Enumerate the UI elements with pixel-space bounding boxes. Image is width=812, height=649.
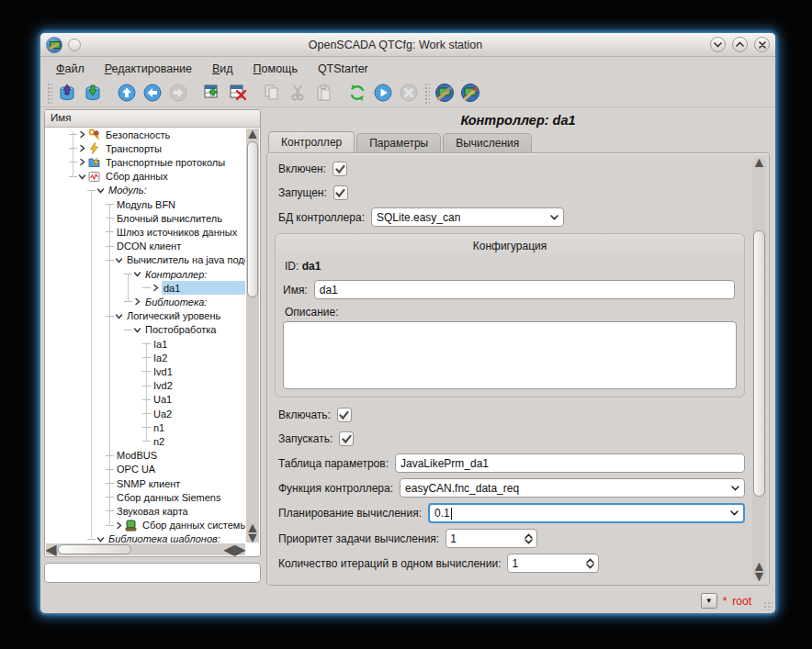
tree-horizontal-scrollbar[interactable]: ◀ ◀ ▶ [46, 543, 245, 555]
scroll-left-icon[interactable]: ◀ [46, 543, 56, 555]
expand-arrow-icon[interactable] [115, 521, 123, 530]
user-dropdown-button[interactable]: ▼ [701, 593, 717, 609]
tree-item-ua1[interactable]: Ua1 [45, 393, 245, 407]
to-start-checkbox[interactable] [339, 431, 354, 446]
tree-item-шлюз-источников-данных[interactable]: Шлюз источников данных [45, 225, 245, 239]
expand-arrow-icon[interactable] [78, 144, 86, 152]
form-vertical-scrollbar[interactable]: ▲ ▲ ▼ [752, 157, 766, 581]
delete-item-button[interactable] [225, 81, 251, 106]
menu-item-3[interactable]: Вид [204, 61, 242, 77]
titlebar[interactable]: OpenSCADA QTCfg: Work station [40, 33, 775, 57]
tree-item-сбор-данных[interactable]: Сбор данных [45, 170, 245, 184]
expand-arrow-icon[interactable] [78, 158, 86, 166]
tree-item-безопасность[interactable]: Безопасность [45, 128, 245, 141]
tab-2[interactable]: Параметры [356, 133, 441, 152]
vision-launcher-button[interactable] [457, 81, 483, 106]
collapse-arrow-icon[interactable] [115, 256, 123, 264]
spinner-arrows-icon[interactable] [586, 558, 594, 569]
tree-item-dcon-клиент[interactable]: DCON клиент [45, 240, 245, 253]
tree-item-ia2[interactable]: Ia2 [45, 351, 245, 364]
menu-item-1[interactable]: Файл [48, 61, 93, 77]
spinner-arrows-icon[interactable] [524, 533, 533, 544]
tree-item-логический-уровень[interactable]: Логический уровень [45, 309, 245, 323]
tree-item-транспорты[interactable]: Транспорты [45, 141, 245, 155]
tree-item-звуковая-карта[interactable]: Звуковая карта [45, 504, 245, 518]
save-to-db-button[interactable] [80, 81, 106, 106]
tree-item-библиотека-[interactable]: Библиотека: [45, 295, 245, 308]
tree-item-сбор-данных-siemens[interactable]: Сбор данных Siemens [45, 490, 245, 504]
task-priority-spinbox[interactable]: 1 [445, 529, 537, 548]
tree-item-контроллер-[interactable]: Контроллер: [45, 267, 245, 281]
tab-3[interactable]: Вычисления [443, 133, 532, 152]
controller-db-select[interactable]: SQLite.easy_can [371, 207, 564, 227]
tree-item-modbus[interactable]: ModBUS [45, 449, 245, 463]
collapse-arrow-icon[interactable] [96, 535, 105, 543]
tree-item-транспортные-протоколы[interactable]: Транспортные протоколы [45, 155, 245, 169]
collapse-arrow-icon[interactable] [115, 312, 123, 320]
tree-item-библиотека-шаблонов-[interactable]: Библиотека шаблонов: [45, 532, 245, 543]
refresh-button[interactable] [344, 81, 370, 106]
collapse-arrow-icon[interactable] [133, 326, 141, 334]
scroll-left-icon[interactable]: ◀ [224, 543, 234, 555]
tree-item-n1[interactable]: n1 [45, 420, 245, 434]
tree-filter-input[interactable] [44, 563, 261, 583]
iterations-spinbox[interactable]: 1 [507, 554, 599, 573]
description-textarea[interactable] [283, 321, 737, 389]
load-from-db-button[interactable] [54, 81, 80, 106]
expand-arrow-icon[interactable] [152, 284, 160, 292]
tree-item-opc-ua[interactable]: OPC UA [45, 463, 245, 476]
close-button[interactable] [754, 37, 770, 52]
menu-item-2[interactable]: Редактирование [96, 61, 200, 77]
stop-icon [399, 83, 419, 103]
tree-header-name[interactable]: Имя [45, 110, 260, 128]
tree-item-ivd1[interactable]: Ivd1 [45, 364, 245, 378]
tree-item-da1[interactable]: da1 [45, 281, 245, 295]
tree-item-сбор-данных-системы[interactable]: Сбор данных системы [45, 519, 245, 532]
toolbar-handle[interactable] [46, 82, 52, 104]
tab-1[interactable]: Контроллер [268, 131, 355, 152]
qtcfg-launcher-button[interactable] [432, 81, 457, 106]
calc-schedule-combobox[interactable]: 0.1 [428, 503, 745, 523]
scroll-down-icon[interactable]: ▼ [752, 571, 766, 581]
tree-item-модуль-bfn[interactable]: Модуль BFN [45, 197, 245, 211]
resize-grip[interactable] [763, 601, 773, 610]
tree-item-ivd2[interactable]: Ivd2 [45, 379, 245, 393]
tree-item-постобработка[interactable]: Постобработка [45, 323, 245, 337]
expand-arrow-icon[interactable] [133, 297, 141, 306]
scroll-down-icon[interactable]: ▼ [246, 532, 259, 543]
tree-vertical-scrollbar[interactable]: ▲ ▲ ▼ [246, 129, 259, 543]
tree-item-n2[interactable]: n2 [45, 434, 245, 448]
scrollbar-thumb[interactable] [58, 544, 131, 554]
scroll-right-icon[interactable]: ▶ [235, 543, 245, 555]
menu-item-5[interactable]: QTStarter [310, 61, 377, 77]
controller-function-select[interactable]: easyCAN.fnc_data_req [400, 478, 745, 498]
collapse-arrow-icon[interactable] [96, 186, 105, 195]
tree-item-блочный-вычислитель[interactable]: Блочный вычислитель [45, 211, 245, 225]
scrollbar-thumb[interactable] [247, 141, 258, 297]
toolbar-handle[interactable] [423, 82, 430, 104]
running-checkbox[interactable] [333, 185, 348, 200]
collapse-arrow-icon[interactable] [133, 270, 141, 278]
scroll-up-icon[interactable]: ▲ [752, 157, 766, 168]
tree-item-вычислитель-на-java-подобном[interactable]: Вычислитель на java подобном [45, 253, 245, 267]
tree-item-ia1[interactable]: Ia1 [45, 337, 245, 351]
collapse-arrow-icon[interactable] [78, 173, 86, 181]
titlebar-menu-button[interactable] [68, 39, 81, 51]
start-button[interactable] [370, 81, 396, 106]
name-input[interactable]: da1 [314, 280, 735, 299]
go-back-button[interactable] [140, 81, 165, 106]
maximize-button[interactable] [732, 37, 748, 52]
expand-arrow-icon[interactable] [78, 130, 86, 139]
tree-item-модуль-[interactable]: Модуль: [45, 184, 245, 197]
tree-item-snmp-клиент[interactable]: SNMP клиент [45, 476, 245, 490]
minimize-button[interactable] [710, 37, 726, 52]
scrollbar-thumb[interactable] [753, 230, 765, 497]
enabled-checkbox[interactable] [333, 162, 347, 176]
menu-item-4[interactable]: Помощь [245, 61, 306, 77]
scroll-up-icon[interactable]: ▲ [246, 129, 259, 140]
to-enable-checkbox[interactable] [337, 408, 352, 422]
tree-item-ua2[interactable]: Ua2 [45, 407, 245, 420]
add-item-button[interactable] [199, 81, 225, 106]
go-up-button[interactable] [114, 81, 140, 106]
param-table-input[interactable]: JavaLikePrm_da1 [395, 453, 745, 473]
